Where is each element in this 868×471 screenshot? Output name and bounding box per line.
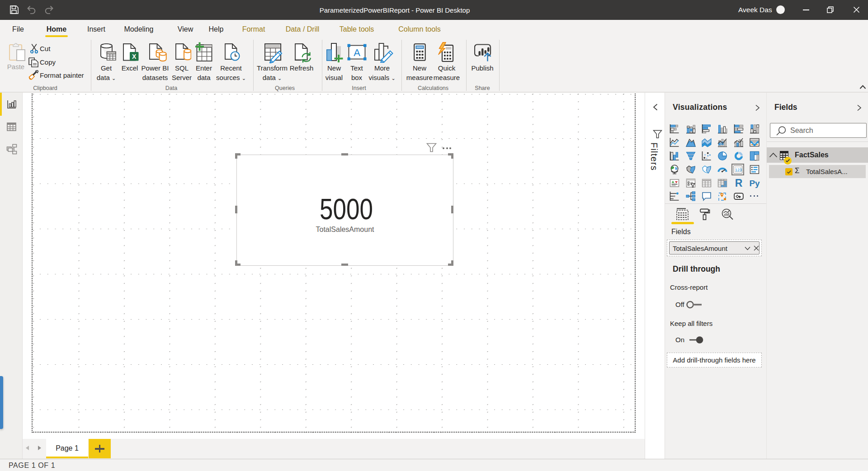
svg-text:X: X <box>132 53 137 60</box>
svg-text:A: A <box>354 47 360 58</box>
